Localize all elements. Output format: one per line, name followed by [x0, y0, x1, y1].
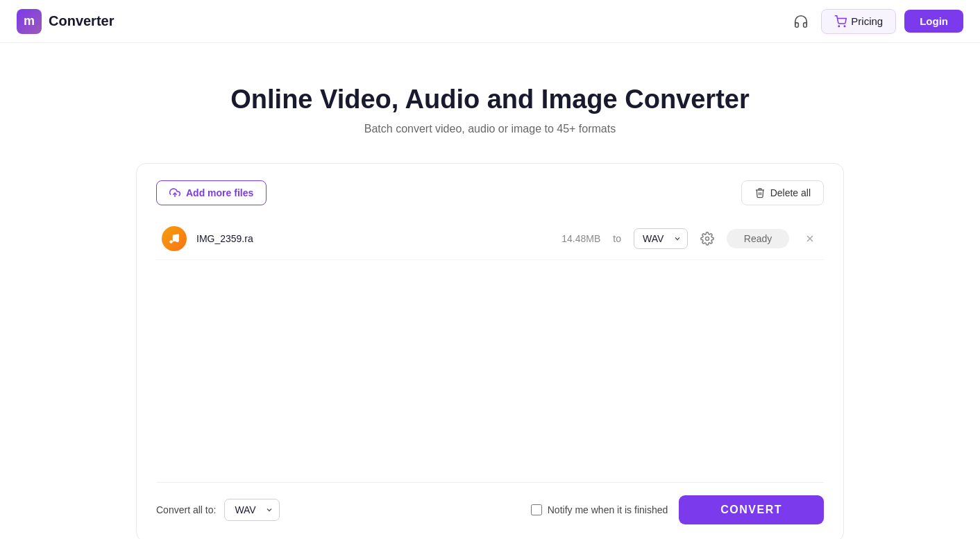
page-heading: Online Video, Audio and Image Converter	[230, 85, 749, 114]
notify-label[interactable]: Notify me when it is finished	[531, 504, 668, 515]
convert-all-left: Convert all to: WAV MP3 AAC FLAC OGG M4A…	[156, 499, 280, 521]
file-row: IMG_2359.ra 14.48MB to WAV MP3 AAC FLAC …	[156, 218, 824, 260]
header: m Converter Pricing Login	[0, 0, 980, 43]
convert-all-right: Notify me when it is finished CONVERT	[531, 495, 824, 524]
format-select[interactable]: WAV MP3 AAC FLAC OGG M4A WMA	[634, 228, 688, 249]
shopping-cart-icon	[834, 15, 847, 28]
gear-icon	[700, 232, 714, 246]
delete-all-label: Delete all	[770, 187, 811, 198]
main-content: Online Video, Audio and Image Converter …	[0, 43, 980, 539]
trash-icon	[754, 187, 766, 198]
app-title: Converter	[49, 13, 114, 29]
converter-toolbar: Add more files Delete all	[156, 180, 824, 205]
convert-button[interactable]: CONVERT	[679, 495, 824, 524]
settings-button[interactable]	[698, 229, 717, 248]
converter-box: Add more files Delete all	[136, 163, 844, 539]
header-left: m Converter	[17, 9, 114, 34]
file-size: 14.48MB	[561, 233, 600, 244]
music-note-icon	[168, 232, 180, 245]
convert-all-label: Convert all to:	[156, 504, 216, 515]
headset-icon	[793, 14, 809, 29]
add-files-label: Add more files	[186, 187, 253, 198]
header-right: Pricing Login	[789, 9, 963, 34]
svg-point-5	[706, 237, 709, 241]
status-badge: Ready	[727, 229, 789, 248]
notify-checkbox[interactable]	[531, 504, 542, 515]
support-icon-button[interactable]	[789, 10, 813, 33]
convert-all-select[interactable]: WAV MP3 AAC FLAC OGG M4A WMA	[224, 499, 280, 521]
delete-all-button[interactable]: Delete all	[741, 180, 824, 205]
svg-point-1	[845, 26, 846, 27]
notify-text: Notify me when it is finished	[548, 504, 668, 515]
logo-icon: m	[17, 9, 42, 34]
svg-point-0	[838, 26, 840, 27]
pricing-button[interactable]: Pricing	[821, 9, 896, 34]
close-icon	[804, 233, 816, 244]
add-files-button[interactable]: Add more files	[156, 180, 267, 205]
remove-file-button[interactable]	[802, 230, 818, 247]
file-type-icon	[162, 226, 187, 251]
svg-point-4	[176, 239, 179, 243]
converter-bottom: Convert all to: WAV MP3 AAC FLAC OGG M4A…	[156, 482, 824, 524]
upload-icon	[169, 187, 180, 198]
file-name: IMG_2359.ra	[196, 233, 294, 244]
to-label: to	[613, 233, 621, 244]
pricing-label: Pricing	[851, 15, 883, 27]
login-button[interactable]: Login	[904, 10, 963, 33]
svg-point-3	[169, 240, 173, 243]
page-subtitle: Batch convert video, audio or image to 4…	[364, 123, 616, 135]
